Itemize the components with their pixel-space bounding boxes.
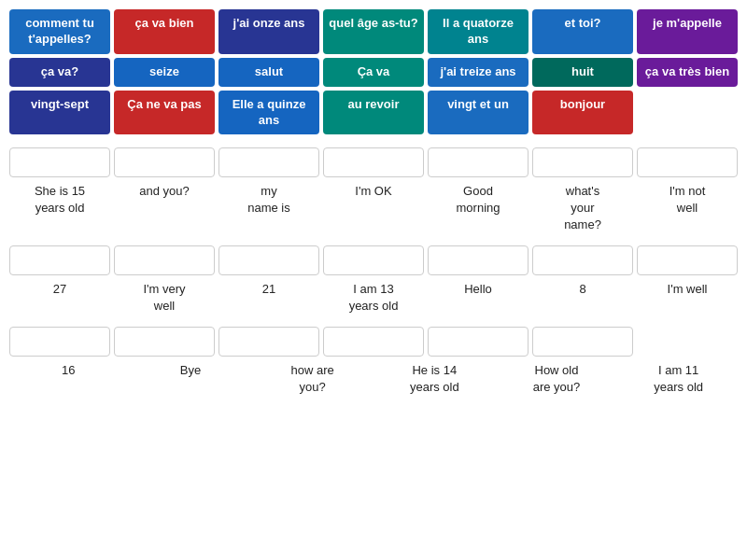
drop-box[interactable] [428,327,529,357]
draggable-tile[interactable]: Ça va [323,58,424,87]
answer-label: I'm very well [114,279,215,315]
match-section-0: She is 15 years oldand you?my name isI'm… [9,147,738,234]
drop-box[interactable] [428,245,529,275]
answer-label: He is 14 years old [375,360,494,397]
draggable-tile[interactable]: Ça ne va pas [114,91,215,135]
answer-label: 16 [9,360,128,397]
draggable-tile[interactable]: seize [114,58,215,87]
draggable-tile[interactable]: au revoir [323,91,424,135]
answer-label: I'm not well [637,181,738,234]
answer-label: how are you? [253,360,372,397]
answer-label: I am 11 years old [619,360,738,397]
draggable-tile[interactable]: je m'appelle [637,9,738,54]
drop-box[interactable] [428,147,529,177]
drop-box[interactable] [323,327,424,357]
drop-box[interactable] [532,245,633,275]
drop-box[interactable] [532,327,633,357]
answer-label: my name is [218,181,319,234]
drop-box[interactable] [9,245,110,275]
draggable-tile[interactable]: ça va très bien [637,58,738,87]
drop-row-0 [9,147,738,177]
draggable-tile[interactable]: huit [532,58,633,87]
answer-label: I'm OK [323,181,424,234]
answer-label: 8 [532,279,633,315]
drop-box[interactable] [323,245,424,275]
answer-label: She is 15 years old [9,181,110,234]
drop-box[interactable] [637,245,738,275]
draggable-tile[interactable]: quel âge as-tu? [323,9,424,54]
drop-box[interactable] [218,245,319,275]
answer-label: what's your name? [532,181,633,234]
answer-label: Bye [132,360,250,397]
drop-row-2 [9,327,738,357]
draggable-tile[interactable]: salut [218,58,319,87]
drop-box[interactable] [9,147,110,177]
label-row-1: 27I'm very well21I am 13 years oldHello8… [9,279,738,315]
match-sections: She is 15 years oldand you?my name isI'm… [9,147,738,397]
drop-box[interactable] [637,147,738,177]
draggable-tile[interactable]: ça va bien [114,9,215,54]
drop-box[interactable] [9,327,110,357]
answer-label: Hello [428,279,529,315]
match-section-1: 27I'm very well21I am 13 years oldHello8… [9,245,738,315]
drop-box[interactable] [114,245,215,275]
drop-row-1 [9,245,738,275]
label-row-0: She is 15 years oldand you?my name isI'm… [9,181,738,234]
match-section-2: 16Byehow are you?He is 14 years oldHow o… [9,327,738,397]
draggable-tile[interactable]: ça va? [9,58,110,87]
draggable-tile[interactable]: Elle a quinze ans [218,91,319,135]
drop-box[interactable] [532,147,633,177]
answer-label: I'm well [637,279,738,315]
draggable-tile[interactable]: vingt et un [428,91,529,135]
draggable-tile[interactable]: j'ai treize ans [428,58,529,87]
label-row-2: 16Byehow are you?He is 14 years oldHow o… [9,360,738,397]
drop-box[interactable] [218,327,319,357]
answer-label: 21 [218,279,319,315]
drop-box[interactable] [218,147,319,177]
draggable-tile[interactable]: bonjour [532,91,633,135]
draggable-tile[interactable]: Il a quatorze ans [428,9,529,54]
draggable-tile[interactable]: comment tu t'appelles? [9,9,110,54]
draggable-tile[interactable]: j'ai onze ans [218,9,319,54]
drop-box[interactable] [323,147,424,177]
draggable-tile[interactable]: et toi? [532,9,633,54]
drop-box[interactable] [114,327,215,357]
answer-label: 27 [9,279,110,315]
answer-label: Good morning [428,181,529,234]
tiles-grid: comment tu t'appelles?ça va bienj'ai onz… [9,9,738,134]
answer-label: I am 13 years old [323,279,424,315]
drop-box[interactable] [114,147,215,177]
answer-label: How old are you? [498,360,616,397]
draggable-tile[interactable]: vingt-sept [9,91,110,135]
answer-label: and you? [114,181,215,234]
